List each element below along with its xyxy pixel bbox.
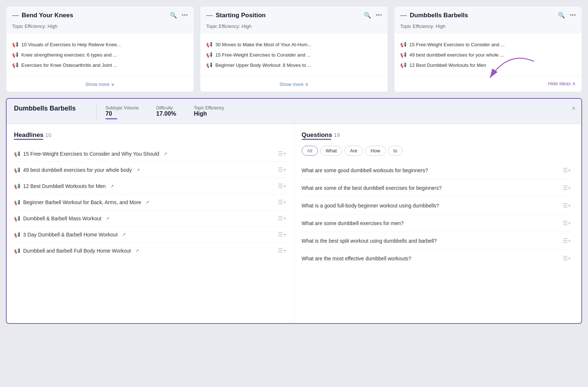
megaphone-icon-1-0: 📢 xyxy=(12,41,18,47)
search-icon-3[interactable]: 🔍 xyxy=(558,12,565,19)
headline-left-3: 📢 Beginner Barbell Workout for Back, Arm… xyxy=(14,199,149,205)
card-footer-2: Show more ∨ xyxy=(200,76,388,92)
ext-link-2[interactable]: ↗ xyxy=(110,184,114,189)
ellipsis-icon-3[interactable]: ••• xyxy=(570,12,576,19)
list-icon-6[interactable]: ☰+ xyxy=(278,247,286,254)
questions-title: Questions 19 xyxy=(302,131,340,138)
ext-link-1[interactable]: ↗ xyxy=(136,167,140,173)
headline-item-5: 📢 3 Day Dumbbell & Barbell Home Workout … xyxy=(14,227,287,243)
megaphone-icon-3-2: 📢 xyxy=(400,62,406,68)
megaphone-hl-6: 📢 xyxy=(14,248,20,254)
q-list-icon-3[interactable]: ☰+ xyxy=(563,220,571,227)
headline-item-0: 📢 15 Free-Weight Exercises to Consider a… xyxy=(14,146,287,162)
card-item-1-2: 📢 Exercises for Knee Osteoarthritis and … xyxy=(12,60,188,70)
ellipsis-icon-1[interactable]: ••• xyxy=(182,12,188,19)
headline-item-3: 📢 Beginner Barbell Workout for Back, Arm… xyxy=(14,194,287,210)
panel-title: Dumbbells Barbells xyxy=(14,105,76,112)
ext-link-5[interactable]: ↗ xyxy=(122,232,126,237)
card-header-2: — Starting Position 🔍 ••• xyxy=(200,6,388,22)
list-icon-4[interactable]: ☰+ xyxy=(278,215,286,222)
panel-header-divider xyxy=(96,105,97,119)
panel-stats: Subtopic Volume 70 Difficulty 17.00% Top… xyxy=(105,105,224,119)
filter-tab-is[interactable]: Is xyxy=(388,146,403,156)
filter-tab-what[interactable]: What xyxy=(320,146,342,156)
questions-underline xyxy=(302,139,331,140)
list-icon-3[interactable]: ☰+ xyxy=(278,199,286,206)
list-icon-2[interactable]: ☰+ xyxy=(278,182,286,189)
question-item-5: What are the most effective dumbbell wor… xyxy=(302,250,571,267)
card-title-2: Starting Position xyxy=(216,12,266,19)
card-body-1: 📢 10 Visuals of Exercises to Help Reliev… xyxy=(6,33,194,76)
hide-ideas-button[interactable]: Hide ideas ∧ xyxy=(548,81,576,86)
headline-left-1: 📢 49 best dumbbell exercises for your wh… xyxy=(14,167,140,173)
card-body-2: 📢 30 Moves to Make the Most of Your At-H… xyxy=(200,33,388,76)
card-body-3: 📢 15 Free-Weight Exercises to Consider a… xyxy=(394,33,582,76)
card-item-3-2: 📢 12 Best Dumbbell Workouts for Men xyxy=(400,60,576,70)
questions-header: Questions 19 xyxy=(302,131,574,139)
headline-left-4: 📢 Dumbbell & Barbell Mass Workout ↗ xyxy=(14,216,110,221)
dash-icon-2: — xyxy=(206,11,213,19)
card-subtitle-3: Topic Efficiency: High xyxy=(394,22,582,33)
filter-tab-are[interactable]: Are xyxy=(344,146,363,156)
card-subtitle-1: Topic Efficiency: High xyxy=(6,22,194,33)
card-item-2-0: 📢 30 Moves to Make the Most of Your At-H… xyxy=(206,39,382,50)
card-header-1: — Bend Your Knees 🔍 ••• xyxy=(6,6,194,22)
headline-item-6: 📢 Dumbbell and Barbell Full Body Home Wo… xyxy=(14,243,287,258)
ext-link-3[interactable]: ↗ xyxy=(146,200,149,205)
stat-subtopic-volume: Subtopic Volume 70 xyxy=(105,105,139,119)
card-icons-1: 🔍 ••• xyxy=(170,12,188,19)
headlines-title: Headlines 10 xyxy=(14,131,51,138)
q-list-icon-5[interactable]: ☰+ xyxy=(563,255,571,262)
headline-item-1: 📢 49 best dumbbell exercises for your wh… xyxy=(14,162,287,178)
subtopic-volume-value: 70 xyxy=(105,111,139,117)
ext-link-4[interactable]: ↗ xyxy=(106,216,110,221)
topic-efficiency-value: High xyxy=(194,111,224,117)
search-icon-1[interactable]: 🔍 xyxy=(170,12,177,19)
megaphone-icon-1-1: 📢 xyxy=(12,52,18,58)
card-icons-2: 🔍 ••• xyxy=(364,12,382,19)
headlines-underline xyxy=(14,139,43,140)
q-list-icon-1[interactable]: ☰+ xyxy=(563,184,571,191)
card-title-3: Dumbbells Barbells xyxy=(410,12,468,19)
card-header-left-1: — Bend Your Knees xyxy=(12,11,73,19)
headlines-count: 10 xyxy=(45,132,51,138)
card-header-left-2: — Starting Position xyxy=(206,11,266,19)
questions-section: Questions 19 All What Are How Is What ar… xyxy=(294,124,582,323)
ext-link-0[interactable]: ↗ xyxy=(164,151,167,156)
topic-efficiency-label: Topic Efficiency xyxy=(194,105,224,111)
list-icon-1[interactable]: ☰+ xyxy=(278,166,286,173)
headlines-section: Headlines 10 📢 15 Free-Weight Exercises … xyxy=(7,124,294,323)
show-more-1[interactable]: Show more ∨ xyxy=(85,82,114,87)
dash-icon-1: — xyxy=(12,11,19,19)
ext-link-6[interactable]: ↗ xyxy=(135,248,139,253)
card-item-3-0: 📢 15 Free-Weight Exercises to Consider a… xyxy=(400,39,576,50)
card-header-left-3: — Dumbbells Barbells xyxy=(400,11,468,19)
filter-tab-how[interactable]: How xyxy=(365,146,386,156)
search-icon-2[interactable]: 🔍 xyxy=(364,12,371,19)
panel-body: Headlines 10 📢 15 Free-Weight Exercises … xyxy=(7,124,581,323)
questions-list: What are some good dumbbell workouts for… xyxy=(302,162,574,316)
card-item-2-2: 📢 Beginner Upper Body Workout: 8 Moves t… xyxy=(206,60,382,70)
card-footer-1: Show more ∨ xyxy=(6,76,194,92)
card-item-1-0: 📢 10 Visuals of Exercises to Help Reliev… xyxy=(12,39,188,50)
difficulty-label: Difficulty xyxy=(156,105,176,111)
list-icon-0[interactable]: ☰+ xyxy=(278,150,286,157)
megaphone-hl-4: 📢 xyxy=(14,216,20,221)
list-icon-5[interactable]: ☰+ xyxy=(278,231,286,238)
question-item-3: What are some dumbbell exercises for men… xyxy=(302,214,571,232)
show-more-2[interactable]: Show more ∨ xyxy=(279,82,308,87)
megaphone-icon-2-2: 📢 xyxy=(206,62,212,68)
q-list-icon-4[interactable]: ☰+ xyxy=(563,237,571,244)
megaphone-hl-3: 📢 xyxy=(14,199,20,205)
stat-difficulty: Difficulty 17.00% xyxy=(156,105,176,119)
filter-tab-all[interactable]: All xyxy=(302,146,318,156)
card-starting-position: — Starting Position 🔍 ••• Topic Efficien… xyxy=(200,6,388,92)
q-list-icon-2[interactable]: ☰+ xyxy=(563,202,571,209)
ellipsis-icon-2[interactable]: ••• xyxy=(376,12,382,19)
questions-count: 19 xyxy=(334,132,340,138)
q-list-icon-0[interactable]: ☰+ xyxy=(563,167,571,174)
headline-item-2: 📢 12 Best Dumbbell Workouts for Men ↗ ☰+ xyxy=(14,178,287,194)
megaphone-icon-3-0: 📢 xyxy=(400,41,406,47)
panel-header: Dumbbells Barbells Subtopic Volume 70 Di… xyxy=(7,99,581,124)
panel-close-button[interactable]: × xyxy=(571,105,576,112)
